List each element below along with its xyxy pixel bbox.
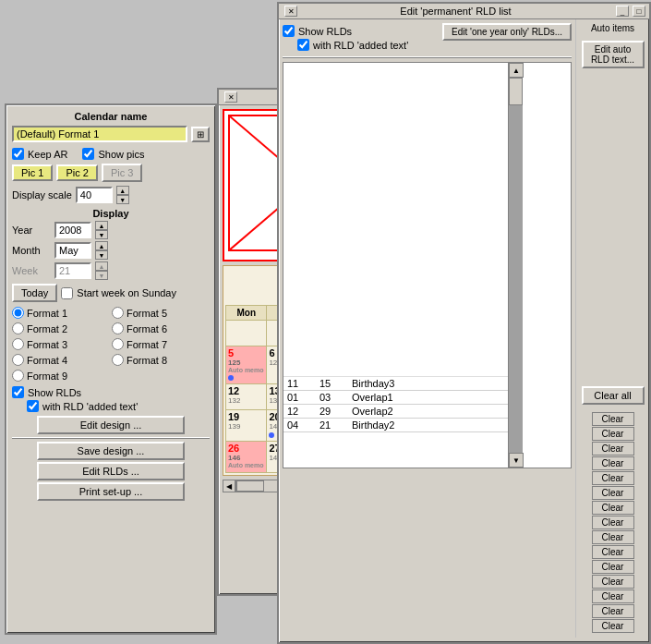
format4-label: Format 4	[27, 355, 67, 366]
scroll-down-btn[interactable]: ▼	[509, 453, 524, 468]
clear-button-10[interactable]: Clear	[592, 560, 634, 574]
format7-label: Format 7	[127, 339, 167, 350]
rld-cell-day: 15	[316, 378, 348, 389]
format2-label: Format 2	[27, 323, 67, 334]
start-week-sunday-checkbox[interactable]	[61, 287, 73, 299]
clear-button-6[interactable]: Clear	[592, 501, 634, 515]
display-scale-field[interactable]: 40	[76, 187, 113, 203]
rld-cell-day: 03	[316, 392, 348, 403]
format1-label: Format 1	[27, 308, 67, 319]
clear-button-13[interactable]: Clear	[592, 604, 634, 618]
clear-all-button[interactable]: Clear all	[582, 386, 645, 405]
clear-buttons-area	[523, 63, 571, 468]
display-scale-spin[interactable]: ▲ ▼	[116, 186, 129, 204]
rld-cell-day: 21	[316, 419, 348, 431]
format7-radio[interactable]	[112, 338, 124, 350]
clear-button-11[interactable]: Clear	[592, 575, 634, 589]
edit-rlds-button[interactable]: Edit RLDs ...	[37, 462, 185, 480]
clear-button-2[interactable]: Clear	[592, 442, 634, 456]
clear-button-9[interactable]: Clear	[592, 545, 634, 559]
with-rld-text-label: with RLD 'added text'	[42, 401, 138, 412]
rld-cell-month: 01	[283, 392, 316, 403]
week-field[interactable]: 21	[54, 262, 91, 279]
cal-display-close-btn[interactable]: ✕	[224, 91, 237, 103]
print-setup-button[interactable]: Print set-up ...	[37, 482, 185, 501]
rld-cell-day: 29	[316, 406, 348, 417]
clear-button-14[interactable]: Clear	[592, 619, 634, 633]
calendar-cell[interactable]: 19139	[226, 410, 267, 442]
rld-cell-name: Birthday3	[348, 378, 508, 389]
clear-button-1[interactable]: Clear	[592, 427, 634, 441]
rld-rows-container: 1115Birthday30103Overlap11229Overlap2042…	[283, 377, 508, 432]
format5-radio[interactable]	[112, 307, 124, 319]
rld-list-row[interactable]: 1115Birthday3	[283, 377, 508, 391]
perm-rld-min-btn[interactable]: _	[616, 6, 629, 17]
rld-cell-month: 12	[283, 406, 316, 417]
format9-radio[interactable]	[12, 370, 24, 382]
year-field[interactable]: 2008	[54, 222, 91, 238]
week-spin[interactable]: ▲ ▼	[95, 261, 108, 280]
clear-button-7[interactable]: Clear	[592, 516, 634, 529]
calendar-name-panel: Calendar name (Default) Format 1 ⊞ Keep …	[5, 103, 217, 635]
pic3-button[interactable]: Pic 3	[102, 164, 142, 182]
format-field[interactable]: (Default) Format 1	[12, 126, 187, 142]
format2-radio[interactable]	[12, 322, 24, 334]
cal-scroll-left[interactable]: ◀	[223, 480, 235, 492]
format8-label: Format 8	[127, 355, 167, 366]
show-pics-checkbox[interactable]	[82, 148, 94, 160]
month-field[interactable]: May	[54, 242, 91, 259]
month-spin[interactable]: ▲ ▼	[95, 241, 108, 260]
clear-button-3[interactable]: Clear	[592, 456, 634, 470]
show-pics-label: Show pics	[98, 149, 144, 160]
perm-with-rld-checkbox[interactable]	[297, 39, 309, 51]
pic1-button[interactable]: Pic 1	[12, 164, 53, 181]
clear-button-12[interactable]: Clear	[592, 589, 634, 603]
month-label: Month	[12, 245, 51, 256]
rld-cell-month: 11	[283, 378, 316, 389]
perm-rld-max-btn[interactable]: □	[633, 6, 645, 17]
format9-label: Format 9	[27, 371, 67, 382]
clear-button-8[interactable]: Clear	[592, 530, 634, 544]
edit-design-button[interactable]: Edit design ...	[37, 416, 185, 434]
perm-with-rld-label: with RLD 'added text'	[313, 40, 408, 51]
year-spin[interactable]: ▲ ▼	[95, 221, 108, 239]
calendar-cell[interactable]	[226, 321, 267, 346]
today-button[interactable]: Today	[12, 284, 57, 302]
perm-rld-window: ✕ Edit 'permanent' RLD list _ □ Show RLD…	[277, 2, 651, 644]
calendar-cell[interactable]: 26146Auto memo	[226, 442, 267, 473]
format3-radio[interactable]	[12, 338, 24, 350]
rld-list-row[interactable]: 0421Birthday2	[283, 419, 508, 432]
rld-cell-month: 04	[283, 419, 316, 431]
format6-label: Format 6	[127, 323, 167, 334]
right-clear-buttons: ClearClearClearClearClearClearClearClear…	[592, 412, 634, 634]
calendar-cell[interactable]: 5125Auto memo	[226, 346, 267, 384]
rld-list-row[interactable]: 0103Overlap1	[283, 391, 508, 405]
format8-radio[interactable]	[112, 354, 124, 366]
perm-show-rlds-label: Show RLDs	[298, 26, 352, 37]
save-design-button[interactable]: Save design ...	[37, 442, 185, 460]
format6-radio[interactable]	[112, 322, 124, 334]
show-rlds-checkbox[interactable]	[12, 386, 24, 398]
scroll-up-btn[interactable]: ▲	[509, 63, 524, 78]
perm-rld-close-btn[interactable]: ✕	[284, 6, 297, 17]
edit-auto-rld-button[interactable]: Edit auto RLD text...	[582, 41, 645, 68]
clear-button-0[interactable]: Clear	[592, 412, 634, 426]
edit-one-year-button[interactable]: Edit 'one year only' RLDs...	[442, 23, 572, 41]
pic2-button[interactable]: Pic 2	[56, 164, 97, 181]
with-rld-text-checkbox[interactable]	[27, 400, 39, 412]
rld-scrollbar[interactable]: ▲ ▼	[508, 63, 523, 468]
year-label: Year	[12, 225, 51, 236]
show-rlds-label: Show RLDs	[28, 387, 81, 398]
keep-ar-checkbox[interactable]	[12, 148, 24, 160]
calendar-cell[interactable]: 12132	[226, 384, 267, 410]
format1-radio[interactable]	[12, 307, 24, 319]
format4-radio[interactable]	[12, 354, 24, 366]
col-mon: Mon	[226, 306, 267, 321]
perm-show-rlds-checkbox[interactable]	[283, 25, 295, 37]
clear-button-4[interactable]: Clear	[592, 471, 634, 485]
format-icon-btn[interactable]: ⊞	[191, 127, 210, 142]
rld-list-row[interactable]: 1229Overlap2	[283, 405, 508, 419]
rld-cell-name: Overlap1	[348, 392, 508, 403]
clear-button-5[interactable]: Clear	[592, 486, 634, 500]
rld-cell-name: Overlap2	[348, 406, 508, 417]
